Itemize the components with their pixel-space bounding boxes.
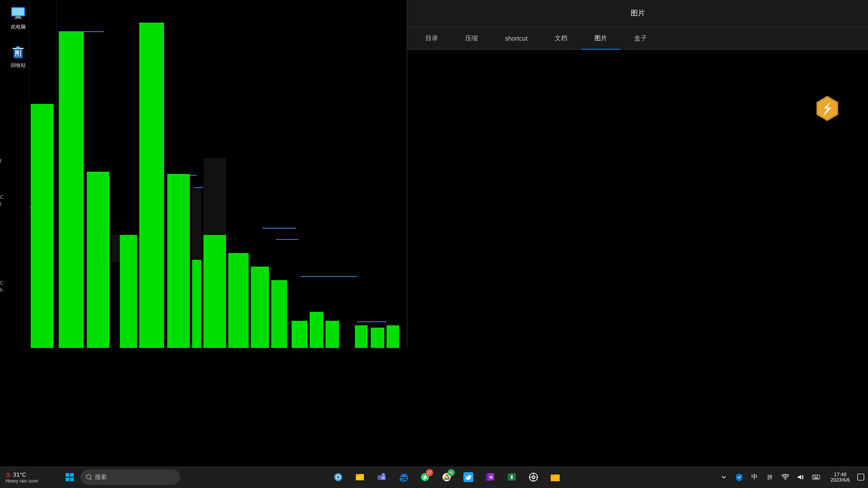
gold-bird-icon xyxy=(814,95,841,122)
svg-rect-50 xyxy=(66,473,69,477)
svg-point-71 xyxy=(446,476,448,478)
whatsapp-badge: 17 xyxy=(426,469,433,476)
tab-shortcut[interactable]: shortcut xyxy=(491,27,541,50)
chrome-badge: M xyxy=(448,469,455,476)
svg-rect-29 xyxy=(310,312,323,348)
file-explorer-panel: 图片 目录 压缩 shortcut 文档 图片 盒子 xyxy=(407,0,868,348)
svg-rect-30 xyxy=(326,321,339,348)
svg-rect-89 xyxy=(552,478,559,479)
svg-rect-83 xyxy=(533,480,534,481)
svg-rect-33 xyxy=(371,328,384,348)
svg-rect-9 xyxy=(59,32,84,348)
taskbar-icon-excel[interactable] xyxy=(502,467,522,487)
file-explorer-title: 图片 xyxy=(631,9,645,18)
svg-line-55 xyxy=(90,479,92,480)
taskbar-icon-onenote[interactable]: N xyxy=(480,467,500,487)
file-explorer-tabs: 目录 压缩 shortcut 文档 图片 盒子 xyxy=(407,27,868,50)
svg-rect-16 xyxy=(167,174,190,348)
clock-time: 17:48 xyxy=(834,472,847,477)
svg-rect-21 xyxy=(203,158,226,235)
file-explorer-content xyxy=(407,50,868,348)
svg-rect-91 xyxy=(812,475,820,479)
desktop: 此电脑 ♻ 回收站 f C t C b xyxy=(0,0,407,348)
svg-rect-51 xyxy=(70,473,74,477)
svg-rect-25 xyxy=(251,267,269,348)
svg-rect-28 xyxy=(292,321,307,348)
svg-rect-8 xyxy=(31,104,53,348)
svg-text:T: T xyxy=(382,477,384,479)
svg-rect-34 xyxy=(387,325,399,348)
svg-rect-96 xyxy=(858,474,864,480)
svg-rect-84 xyxy=(529,477,531,478)
svg-text:N: N xyxy=(490,475,493,479)
tray-defender-icon[interactable] xyxy=(732,470,746,484)
svg-rect-26 xyxy=(271,280,287,348)
svg-rect-52 xyxy=(66,478,69,481)
tray-expand-button[interactable] xyxy=(717,470,731,484)
tray-wifi-icon[interactable] xyxy=(778,470,793,484)
system-tray: 中 拼 xyxy=(713,470,827,484)
search-placeholder: 搜索 xyxy=(95,473,107,481)
svg-rect-95 xyxy=(814,478,818,479)
svg-rect-32 xyxy=(355,325,368,348)
taskbar-center: T 17 xyxy=(180,467,713,487)
tray-ime-pinyin[interactable]: 拼 xyxy=(763,470,777,484)
taskbar-icon-whatsapp[interactable]: 17 xyxy=(415,467,435,487)
svg-rect-11 xyxy=(87,172,109,348)
taskbar-icon-teams[interactable]: T xyxy=(372,467,392,487)
search-icon xyxy=(86,474,92,480)
tray-keyboard-icon[interactable] xyxy=(809,470,823,484)
svg-point-64 xyxy=(382,473,385,477)
svg-point-54 xyxy=(86,474,91,479)
svg-rect-62 xyxy=(357,478,361,479)
svg-rect-60 xyxy=(356,474,359,476)
taskbar-icon-fileexplorer[interactable] xyxy=(545,467,565,487)
taskbar-icon-cortana[interactable] xyxy=(328,467,348,487)
taskbar-icon-files[interactable] xyxy=(350,467,370,487)
start-button[interactable] xyxy=(59,466,80,488)
clock[interactable]: 17:48 2023/6/6 xyxy=(827,472,854,483)
tab-mulu[interactable]: 目录 xyxy=(412,27,452,50)
weather-temperature: ① 31°C xyxy=(5,471,53,479)
notification-button[interactable] xyxy=(854,470,868,484)
clock-date: 2023/6/6 xyxy=(830,477,850,483)
svg-rect-94 xyxy=(817,476,818,477)
file-explorer-header: 图片 xyxy=(407,0,868,27)
svg-rect-53 xyxy=(70,478,74,481)
svg-rect-77 xyxy=(510,473,516,480)
svg-rect-92 xyxy=(813,476,814,477)
taskbar-icon-twitter[interactable] xyxy=(458,467,478,487)
svg-point-58 xyxy=(337,476,340,479)
svg-rect-90 xyxy=(552,479,556,480)
weather-description: Heavy rain soon xyxy=(5,479,53,483)
svg-rect-82 xyxy=(533,473,534,474)
svg-rect-93 xyxy=(815,476,816,477)
svg-rect-87 xyxy=(551,474,555,477)
taskbar: ① 31°C Heavy rain soon 搜索 xyxy=(0,466,868,488)
svg-rect-85 xyxy=(536,477,538,478)
taskbar-icon-settings[interactable] xyxy=(524,467,543,487)
tab-tupian[interactable]: 图片 xyxy=(581,27,621,50)
svg-rect-24 xyxy=(228,253,249,348)
taskbar-icon-edge[interactable] xyxy=(393,467,413,487)
svg-rect-14 xyxy=(139,23,164,348)
weather-widget[interactable]: ① 31°C Heavy rain soon xyxy=(0,471,59,483)
tray-ime-chinese[interactable]: 中 xyxy=(747,470,762,484)
tab-yasuo[interactable]: 压缩 xyxy=(452,27,491,50)
svg-rect-61 xyxy=(357,477,363,477)
tab-hezi[interactable]: 盒子 xyxy=(621,27,660,50)
tab-wendang[interactable]: 文档 xyxy=(541,27,581,50)
svg-rect-18 xyxy=(192,188,201,260)
svg-rect-13 xyxy=(120,235,137,348)
svg-rect-88 xyxy=(552,477,559,477)
bar-chart xyxy=(0,0,407,348)
tray-volume-icon[interactable] xyxy=(793,470,808,484)
search-bar[interactable]: 搜索 xyxy=(80,469,180,485)
taskbar-icon-chrome[interactable]: M xyxy=(437,467,457,487)
svg-rect-12 xyxy=(112,235,120,262)
